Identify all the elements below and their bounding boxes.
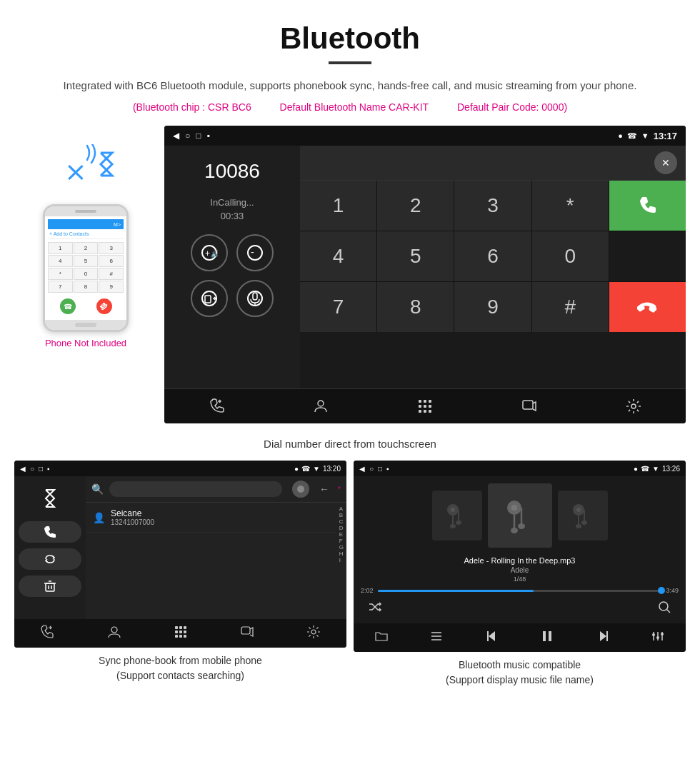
volume-down-button[interactable]: - — [236, 234, 274, 271]
pb-settings-btn[interactable] — [306, 625, 321, 642]
dial-key-hash[interactable]: # — [532, 282, 609, 332]
music-controls — [361, 600, 679, 616]
pb-sync-button[interactable] — [19, 548, 81, 570]
phone-key-1[interactable]: 1 — [48, 242, 73, 254]
music-folder-btn[interactable] — [374, 629, 389, 646]
svg-point-53 — [518, 523, 525, 529]
backspace-button[interactable]: ✕ — [654, 151, 677, 174]
phone-call-button[interactable]: ☎ — [60, 298, 76, 314]
phone-key-hash[interactable]: # — [99, 268, 124, 280]
svg-rect-24 — [46, 583, 54, 591]
pb-recent-calls-btn[interactable] — [41, 625, 55, 642]
phone-screen: M> + Add to Contacts 1 2 3 4 5 6 * 0 # 7… — [45, 216, 126, 320]
phone-not-included-label: Phone Not Included — [45, 338, 126, 348]
shuffle-button[interactable] — [368, 600, 382, 616]
dial-key-7[interactable]: 7 — [300, 282, 376, 332]
dial-key-4[interactable]: 4 — [300, 231, 376, 281]
music-albums — [432, 483, 608, 548]
alpha-g: G — [339, 544, 344, 551]
search-button[interactable] — [657, 600, 671, 616]
pb-status-right: ● ☎ ▼ 13:20 — [294, 465, 341, 473]
svg-rect-16 — [419, 405, 421, 408]
pb-recents-icon: □ — [39, 465, 43, 473]
dial-end-button[interactable] — [609, 282, 686, 332]
bluetooth-icon-area: ⨯ — [50, 140, 121, 197]
dial-right-panel: ✕ 1 2 3 * 4 5 6 0 — [300, 146, 686, 388]
dial-key-1[interactable]: 1 — [300, 181, 376, 231]
phone-key-7[interactable]: 7 — [48, 281, 73, 293]
dial-key-3[interactable]: 3 — [454, 181, 531, 231]
dial-key-6[interactable]: 6 — [454, 231, 531, 281]
dial-status-icons: ◀ ○ □ ▪ — [173, 131, 210, 141]
alpha-b: B — [339, 512, 344, 518]
svg-text:-: - — [251, 246, 254, 258]
phone-status-text: M> — [114, 222, 121, 227]
pb-star-indicator: * — [338, 486, 341, 493]
svg-rect-17 — [424, 405, 426, 408]
dial-left-panel: 10086 InCalling... 00:33 + 🔊 - — [164, 146, 300, 388]
music-recents-icon: □ — [378, 465, 382, 473]
phone-key-8[interactable]: 8 — [74, 281, 99, 293]
pb-contacts-list: 👤 Seicane 13241007000 — [86, 503, 336, 566]
pb-keypad-btn[interactable] — [174, 625, 188, 642]
pb-back-icon: ◀ — [20, 465, 26, 473]
equalizer-btn[interactable] — [651, 629, 665, 646]
phone-mockup: M> + Add to Contacts 1 2 3 4 5 6 * 0 # 7… — [43, 204, 129, 332]
recent-calls-button[interactable] — [202, 398, 231, 415]
transfer-button[interactable] — [191, 280, 228, 317]
dial-key-9[interactable]: 9 — [454, 282, 531, 332]
pb-call-button[interactable] — [19, 521, 81, 543]
contacts-button[interactable] — [306, 398, 335, 415]
main-album-art — [488, 483, 552, 548]
contact-row[interactable]: 👤 Seicane 13241007000 — [86, 503, 336, 533]
phone-bottom-bar — [45, 320, 126, 330]
phone-key-3[interactable]: 3 — [99, 242, 124, 254]
phone-key-0[interactable]: 0 — [74, 268, 99, 280]
phone-key-star[interactable]: * — [48, 268, 73, 280]
svg-rect-40 — [184, 635, 186, 638]
dial-caption: Dial number direct from touchscreen — [0, 431, 700, 461]
play-pause-btn[interactable] — [540, 629, 554, 646]
pb-delete-button[interactable] — [19, 576, 81, 597]
pb-search-field[interactable] — [109, 481, 282, 497]
mute-button[interactable] — [236, 280, 274, 317]
phone-key-2[interactable]: 2 — [74, 242, 99, 254]
pb-back-button[interactable]: ← — [319, 483, 329, 495]
phone-status-bar: M> — [48, 219, 124, 229]
keypad-button[interactable] — [411, 398, 439, 415]
phone-key-9[interactable]: 9 — [99, 281, 124, 293]
dial-call-button[interactable] — [609, 181, 686, 231]
next-album-art — [558, 491, 608, 541]
music-list-btn[interactable] — [429, 629, 444, 646]
pb-alpha-index: A B C D E F G H I — [336, 503, 346, 566]
recents-icon: □ — [196, 131, 201, 141]
phone-key-5[interactable]: 5 — [74, 255, 99, 267]
settings-button[interactable] — [619, 398, 648, 415]
messages-button[interactable] — [515, 398, 544, 415]
volume-up-button[interactable]: + 🔊 — [191, 234, 228, 271]
wifi-icon: ▼ — [641, 131, 649, 140]
prev-track-btn[interactable] — [485, 629, 499, 646]
progress-dot[interactable] — [658, 587, 665, 594]
dial-key-5[interactable]: 5 — [377, 231, 454, 281]
pb-contacts-btn[interactable] — [107, 625, 121, 642]
song-artist: Adele — [511, 566, 529, 574]
pb-search-icon: 🔍 — [91, 483, 104, 495]
dial-key-0[interactable]: 0 — [532, 231, 609, 281]
progress-bar[interactable] — [378, 590, 662, 592]
next-track-btn[interactable] — [596, 629, 610, 646]
phone-key-6[interactable]: 6 — [99, 255, 124, 267]
alpha-f: F — [339, 538, 344, 544]
pb-signal-icon: ▼ — [313, 465, 320, 473]
svg-point-31 — [111, 627, 117, 633]
pb-scroll-btn[interactable] — [292, 481, 309, 498]
dial-key-2[interactable]: 2 — [377, 181, 454, 231]
phone-key-4[interactable]: 4 — [48, 255, 73, 267]
pb-messages-btn[interactable] — [240, 625, 254, 642]
dial-key-8[interactable]: 8 — [377, 282, 454, 332]
svg-text:🔊: 🔊 — [211, 249, 218, 258]
call-signal-icon: ☎ — [627, 131, 637, 141]
prev-album-art — [432, 491, 482, 541]
phone-end-button[interactable]: ☎ — [93, 295, 115, 317]
dial-key-star[interactable]: * — [532, 181, 609, 231]
